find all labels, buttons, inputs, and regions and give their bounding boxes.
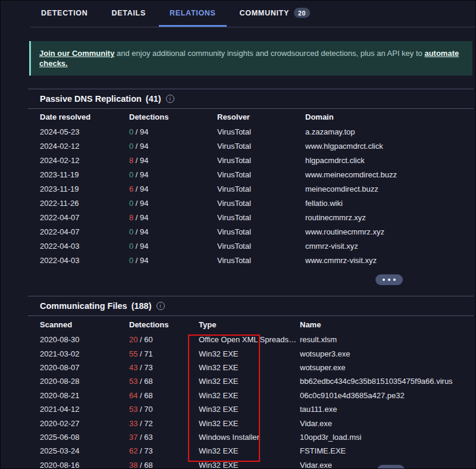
table-row: 2022-04-070 / 94VirusTotalwww.routinecmm… xyxy=(40,224,462,239)
cell-name[interactable]: wotsuper.exe xyxy=(300,363,462,372)
col-name: Name xyxy=(300,320,462,329)
cell-date: 2022-04-07 xyxy=(40,213,129,222)
cell-resolver: VirusTotal xyxy=(217,242,305,251)
cell-name[interactable]: 06c0c9101e4d3685a427.pe32 xyxy=(300,391,462,400)
detections-total: / 94 xyxy=(133,170,148,179)
cell-date: 2020-08-21 xyxy=(40,391,129,400)
cell-detections: 0 / 94 xyxy=(129,256,217,265)
cell-detections: 0 / 94 xyxy=(129,127,217,136)
detections-positives: 62 xyxy=(129,446,137,455)
detections-positives: 43 xyxy=(129,363,137,372)
cell-name[interactable]: bb62edbc434c9c35b8151035475f9a66.virus xyxy=(300,377,462,386)
cell-detections: 0 / 94 xyxy=(129,142,217,151)
cell-date: 2025-06-08 xyxy=(40,433,129,442)
cell-date: 2020-02-27 xyxy=(40,419,129,428)
detections-total: / 63 xyxy=(137,433,152,442)
cell-type: Win32 EXE xyxy=(199,446,300,455)
communicating-files-title: Communicating Files xyxy=(40,301,127,311)
cell-domain[interactable]: routinecmmrz.xyz xyxy=(305,213,462,222)
cell-detections: 8 / 94 xyxy=(129,213,217,222)
cell-domain[interactable]: hlgpacmdrct.click xyxy=(305,156,462,165)
cell-domain[interactable]: www.routinecmmrz.xyz xyxy=(305,227,462,236)
cell-detections: 0 / 94 xyxy=(129,242,217,251)
banner-text: and enjoy additional community insights … xyxy=(114,49,424,58)
cell-name[interactable]: FSTIME.EXE xyxy=(300,446,462,455)
cell-domain[interactable]: meinecomdirect.buzz xyxy=(305,185,462,193)
cell-type: Windows Installer xyxy=(199,433,300,442)
cell-detections: 0 / 94 xyxy=(129,170,217,179)
cell-name[interactable]: 10opd3r_load.msi xyxy=(300,433,462,442)
cell-type: Win32 EXE xyxy=(199,377,300,386)
communicating-files-more-button[interactable] xyxy=(377,465,405,469)
info-icon[interactable] xyxy=(166,95,174,103)
cell-name[interactable]: result.xlsm xyxy=(300,335,462,344)
join-community-link[interactable]: Join our Community xyxy=(39,49,114,58)
col-detections: Detections xyxy=(129,320,199,329)
cell-type: Win32 EXE xyxy=(199,363,300,372)
cell-date: 2023-11-19 xyxy=(40,185,129,193)
cell-date: 2020-08-28 xyxy=(40,377,129,386)
detections-total: / 94 xyxy=(133,242,148,251)
passive-dns-more-button[interactable] xyxy=(375,274,403,285)
table-row: 2022-04-030 / 94VirusTotalwww.cmmrz-visi… xyxy=(40,253,462,267)
cell-domain[interactable]: www.hlgpacmdrct.click xyxy=(305,142,462,151)
cell-date: 2024-02-12 xyxy=(40,142,129,151)
col-detections: Detections xyxy=(129,112,217,121)
passive-dns-title: Passive DNS Replication xyxy=(40,94,142,104)
table-row: 2023-11-196 / 94VirusTotalmeinecomdirect… xyxy=(40,182,462,196)
tab-bar: DETECTION DETAILS RELATIONS COMMUNITY 20 xyxy=(30,1,475,27)
table-row: 2025-06-0837 / 63Windows Installer10opd3… xyxy=(40,430,462,444)
detections-total: / 73 xyxy=(137,446,152,455)
cell-domain[interactable]: www.meinecomdirect.buzz xyxy=(305,170,462,179)
communicating-files-table-header: Scanned Detections Type Name xyxy=(40,316,462,333)
col-resolver: Resolver xyxy=(217,112,305,121)
cell-name[interactable]: Vidar.exe xyxy=(300,419,462,428)
cell-detections: 55 / 71 xyxy=(129,349,199,358)
communicating-files-rows: 2020-08-3020 / 60Office Open XML Spreads… xyxy=(40,333,462,469)
cell-resolver: VirusTotal xyxy=(217,185,305,193)
tab-details[interactable]: DETAILS xyxy=(101,1,156,27)
table-row: 2021-04-1253 / 70Win32 EXEtau111.exe xyxy=(40,402,462,416)
cell-domain[interactable]: a.zazamay.top xyxy=(305,127,462,136)
tab-detection[interactable]: DETECTION xyxy=(30,1,99,27)
cell-detections: 33 / 72 xyxy=(129,419,199,428)
cell-name[interactable]: wotsuper3.exe xyxy=(300,349,462,358)
table-row: 2022-04-078 / 94VirusTotalroutinecmmrz.x… xyxy=(40,210,462,224)
community-banner: Join our Community and enjoy additional … xyxy=(29,41,472,76)
detections-positives: 33 xyxy=(129,419,137,428)
cell-resolver: VirusTotal xyxy=(217,227,305,236)
passive-dns-header: Passive DNS Replication (41) xyxy=(28,89,474,109)
cell-detections: 53 / 70 xyxy=(129,405,199,414)
cell-resolver: VirusTotal xyxy=(217,170,305,179)
detections-positives: 55 xyxy=(129,349,137,358)
communicating-files-section: Communicating Files (188) Scanned Detect… xyxy=(28,296,474,469)
passive-dns-table-header: Date resolved Detections Resolver Domain xyxy=(40,109,462,124)
detections-total: / 72 xyxy=(137,419,152,428)
table-row: 2024-02-128 / 94VirusTotalhlgpacmdrct.cl… xyxy=(40,153,462,167)
detections-total: / 68 xyxy=(137,391,152,400)
cell-domain[interactable]: fellatio.wiki xyxy=(305,199,462,208)
cell-date: 2021-03-02 xyxy=(40,349,129,358)
cell-domain[interactable]: cmmrz-visit.xyz xyxy=(305,242,462,251)
cell-detections: 20 / 60 xyxy=(129,335,199,344)
detections-positives: 38 xyxy=(129,461,137,469)
more-dots-icon xyxy=(388,279,390,281)
detections-total: / 94 xyxy=(133,256,148,265)
cell-name[interactable]: tau111.exe xyxy=(300,405,462,414)
more-dots-icon xyxy=(383,279,385,281)
tab-relations[interactable]: RELATIONS xyxy=(159,1,227,27)
cell-date: 2022-11-26 xyxy=(40,199,129,208)
table-row: 2020-08-2164 / 68Win32 EXE06c0c9101e4d36… xyxy=(40,389,462,402)
info-icon[interactable] xyxy=(156,302,165,310)
col-type: Type xyxy=(199,320,300,329)
tab-details-label: DETAILS xyxy=(112,9,146,17)
tab-community[interactable]: COMMUNITY 20 xyxy=(229,1,321,27)
cell-domain[interactable]: www.cmmrz-visit.xyz xyxy=(305,256,462,265)
cell-type: Win32 EXE xyxy=(199,405,300,414)
cell-detections: 43 / 73 xyxy=(129,363,199,372)
cell-resolver: VirusTotal xyxy=(217,256,305,265)
cell-detections: 53 / 68 xyxy=(129,377,199,386)
col-scanned: Scanned xyxy=(40,320,129,329)
detections-total: / 68 xyxy=(137,461,152,469)
detections-positives: 37 xyxy=(129,433,137,442)
